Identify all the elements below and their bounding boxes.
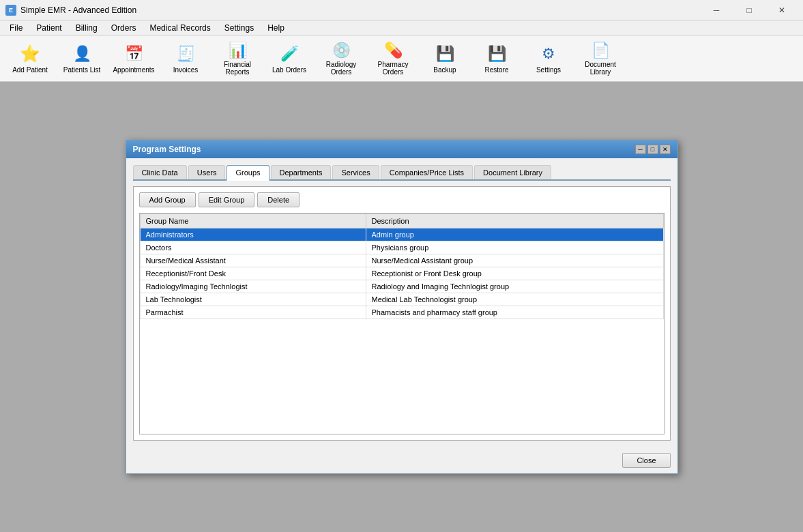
group-name-cell: Radiology/Imaging Technlogist bbox=[140, 280, 366, 293]
program-settings-dialog: Program Settings ─ □ ✕ Clinic Data Users… bbox=[126, 140, 678, 474]
lab-orders-icon: 🧪 bbox=[278, 43, 300, 65]
tab-departments[interactable]: Departments bbox=[271, 165, 332, 179]
toolbar-btn-radiology-orders[interactable]: 💿Radiology Orders bbox=[317, 39, 366, 78]
table-row[interactable]: Radiology/Imaging TechnlogistRadiology a… bbox=[140, 280, 663, 293]
title-bar: E Simple EMR - Advanced Edition ─ □ ✕ bbox=[0, 0, 803, 20]
dialog-close-button[interactable]: ✕ bbox=[660, 145, 671, 154]
col-description: Description bbox=[366, 214, 663, 228]
settings-icon: ⚙ bbox=[538, 43, 559, 65]
dialog-body: Clinic Data Users Groups Departments Ser… bbox=[126, 158, 677, 447]
toolbar-btn-label: Add Patient bbox=[12, 66, 48, 74]
toolbar-btn-label: Patients List bbox=[63, 66, 100, 74]
tab-companies-price-lists[interactable]: Companies/Price Lists bbox=[381, 165, 473, 179]
edit-group-button[interactable]: Edit Group bbox=[199, 192, 255, 207]
add-patient-icon: ⭐ bbox=[19, 43, 41, 65]
financial-reports-icon: 📊 bbox=[227, 42, 248, 59]
toolbar-btn-invoices[interactable]: 🧾Invoices bbox=[161, 39, 210, 78]
app-title: Simple EMR - Advanced Edition bbox=[20, 5, 701, 15]
close-dialog-button[interactable]: Close bbox=[622, 453, 670, 468]
dialog-minimize-button[interactable]: ─ bbox=[635, 145, 646, 154]
restore-icon: 💾 bbox=[486, 43, 508, 65]
toolbar-btn-backup[interactable]: 💾Backup bbox=[420, 39, 469, 78]
table-row[interactable]: DoctorsPhysicians group bbox=[140, 241, 663, 254]
delete-button[interactable]: Delete bbox=[257, 192, 300, 207]
toolbar-btn-add-patient[interactable]: ⭐Add Patient bbox=[5, 39, 55, 78]
tab-users[interactable]: Users bbox=[188, 165, 226, 179]
group-name-cell: Administrators bbox=[140, 228, 366, 241]
toolbar-btn-label: Restore bbox=[484, 66, 508, 74]
description-cell: Admin group bbox=[366, 228, 663, 241]
description-cell: Radiology and Imaging Technlogist group bbox=[366, 280, 663, 293]
toolbar-btn-label: Backup bbox=[433, 66, 456, 74]
toolbar-btn-appointments[interactable]: 📅Appointments bbox=[109, 39, 158, 78]
group-name-cell: Nurse/Medical Assistant bbox=[140, 254, 366, 267]
groups-tab-content: Add Group Edit Group Delete Group Name D… bbox=[133, 186, 671, 441]
toolbar-btn-restore[interactable]: 💾Restore bbox=[472, 39, 521, 78]
toolbar: ⭐Add Patient👤Patients List📅Appointments🧾… bbox=[0, 35, 803, 82]
window-controls: ─ □ ✕ bbox=[701, 0, 798, 20]
menu-item-patient[interactable]: Patient bbox=[29, 22, 68, 34]
table-row[interactable]: AdministratorsAdmin group bbox=[140, 228, 663, 241]
close-window-button[interactable]: ✕ bbox=[766, 0, 798, 20]
tab-clinic-data[interactable]: Clinic Data bbox=[133, 165, 187, 179]
toolbar-btn-label: Financial Reports bbox=[216, 61, 259, 76]
table-row[interactable]: Nurse/Medical AssistantNurse/Medical Ass… bbox=[140, 254, 663, 267]
description-cell: Phamacists and pharmacy staff group bbox=[366, 306, 663, 319]
backup-icon: 💾 bbox=[434, 43, 456, 65]
toolbar-btn-label: Lab Orders bbox=[272, 66, 306, 74]
toolbar-btn-document-library[interactable]: 📄Document Library bbox=[576, 39, 625, 78]
menu-item-medical-records[interactable]: Medical Records bbox=[143, 22, 217, 34]
minimize-button[interactable]: ─ bbox=[701, 0, 732, 20]
patients-list-icon: 👤 bbox=[71, 43, 93, 65]
group-name-cell: Lab Technologist bbox=[140, 293, 366, 306]
description-cell: Receptionist or Front Desk group bbox=[366, 267, 663, 280]
action-buttons: Add Group Edit Group Delete bbox=[139, 192, 665, 207]
description-cell: Physicians group bbox=[366, 241, 663, 254]
invoices-icon: 🧾 bbox=[175, 43, 196, 65]
toolbar-btn-label: Settings bbox=[536, 66, 561, 74]
appointments-icon: 📅 bbox=[123, 43, 145, 65]
menu-item-help[interactable]: Help bbox=[261, 22, 291, 34]
table-row[interactable]: Receptionist/Front DeskReceptionist or F… bbox=[140, 267, 663, 280]
pharmacy-orders-icon: 💊 bbox=[382, 42, 404, 59]
description-cell: Nurse/Medical Assistant group bbox=[366, 254, 663, 267]
dialog-title: Program Settings bbox=[133, 145, 201, 154]
toolbar-btn-label: Invoices bbox=[173, 66, 199, 74]
tab-document-library[interactable]: Document Library bbox=[474, 165, 551, 179]
dialog-maximize-button[interactable]: □ bbox=[647, 145, 658, 154]
radiology-orders-icon: 💿 bbox=[330, 42, 352, 59]
menu-bar: FilePatientBillingOrdersMedical RecordsS… bbox=[0, 20, 803, 35]
description-cell: Medical Lab Technologist group bbox=[366, 293, 663, 306]
menu-item-billing[interactable]: Billing bbox=[69, 22, 104, 34]
toolbar-btn-financial-reports[interactable]: 📊Financial Reports bbox=[213, 39, 262, 78]
table-row[interactable]: ParmachistPhamacists and pharmacy staff … bbox=[140, 306, 663, 319]
dialog-footer: Close bbox=[126, 447, 677, 473]
groups-table: Group Name Description AdministratorsAdm… bbox=[140, 213, 664, 319]
group-name-cell: Receptionist/Front Desk bbox=[140, 267, 366, 280]
group-name-cell: Doctors bbox=[140, 241, 366, 254]
toolbar-btn-label: Document Library bbox=[579, 61, 622, 76]
toolbar-btn-lab-orders[interactable]: 🧪Lab Orders bbox=[265, 39, 314, 78]
app-icon: E bbox=[5, 5, 16, 16]
add-group-button[interactable]: Add Group bbox=[139, 192, 196, 207]
dialog-controls: ─ □ ✕ bbox=[635, 145, 671, 154]
settings-tabs: Clinic Data Users Groups Departments Ser… bbox=[133, 165, 671, 181]
maximize-button[interactable]: □ bbox=[733, 0, 765, 20]
group-name-cell: Parmachist bbox=[140, 306, 366, 319]
toolbar-btn-label: Radiology Orders bbox=[319, 61, 363, 76]
table-row[interactable]: Lab TechnologistMedical Lab Technologist… bbox=[140, 293, 663, 306]
toolbar-btn-settings[interactable]: ⚙Settings bbox=[524, 39, 573, 78]
toolbar-btn-pharmacy-orders[interactable]: 💊Pharmacy Orders bbox=[368, 39, 418, 78]
groups-table-wrapper: Group Name Description AdministratorsAdm… bbox=[139, 213, 665, 434]
dialog-title-bar: Program Settings ─ □ ✕ bbox=[126, 141, 677, 158]
tab-groups[interactable]: Groups bbox=[227, 165, 269, 181]
menu-item-orders[interactable]: Orders bbox=[104, 22, 143, 34]
toolbar-btn-label: Pharmacy Orders bbox=[371, 61, 415, 76]
toolbar-btn-patients-list[interactable]: 👤Patients List bbox=[57, 39, 106, 78]
toolbar-btn-label: Appointments bbox=[113, 66, 154, 74]
tab-services[interactable]: Services bbox=[332, 165, 379, 179]
menu-item-settings[interactable]: Settings bbox=[218, 22, 261, 34]
document-library-icon: 📄 bbox=[589, 42, 611, 59]
menu-item-file[interactable]: File bbox=[3, 22, 29, 34]
col-group-name: Group Name bbox=[140, 214, 366, 228]
